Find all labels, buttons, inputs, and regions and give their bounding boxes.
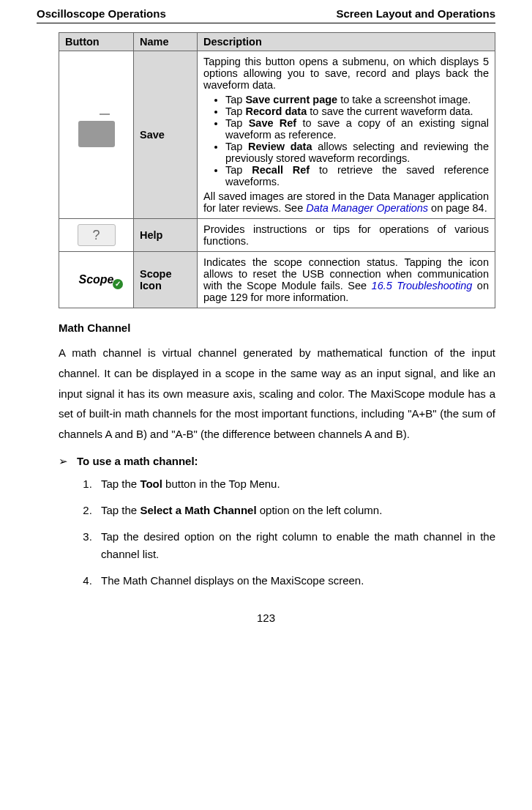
save-bullet-2: Tap Record data to save the current wave… [225,105,489,117]
step-2: Tap the Select a Math Channel option on … [95,502,495,519]
save-name: Save [134,51,198,219]
header-right: Screen Layout and Operations [336,7,495,20]
troubleshooting-link: 16.5 Troubleshooting [372,280,473,291]
save-outro: All saved images are stored in the Data … [203,190,489,214]
save-bullet-1: Tap Save current page to take a screensh… [225,94,489,105]
th-button: Button [59,33,134,51]
table-row-scope: Scope✓ Scope Icon Indicates the scope co… [59,252,495,308]
step-3: Tap the desired option on the right colu… [95,528,495,563]
save-desc: Tapping this button opens a submenu, on … [198,51,495,219]
header-left: Oscilloscope Operations [37,7,166,20]
scope-name: Scope Icon [134,252,198,308]
th-desc: Description [198,33,495,51]
help-name: Help [134,219,198,252]
arrow-icon: ➢ [59,455,68,468]
howto-heading: ➢To use a math channel: [59,455,495,468]
th-name: Name [134,33,198,51]
save-intro: Tapping this button opens a submenu, on … [203,56,489,91]
table-row-help: ? Help Provides instructions or tips for… [59,219,495,252]
scope-icon: Scope✓ [78,273,113,286]
check-icon: ✓ [113,279,123,289]
howto-steps: Tap the Tool button in the Top Menu. Tap… [77,475,495,590]
table-header-row: Button Name Description [59,33,495,51]
math-channel-heading: Math Channel [59,322,495,334]
help-desc: Provides instructions or tips for operat… [198,219,495,252]
save-icon [78,121,115,147]
math-channel-para: A math channel is virtual channel genera… [59,343,495,445]
scope-button-cell: Scope✓ [59,252,134,308]
help-icon: ? [78,224,116,246]
data-manager-link: Data Manager Operations [306,202,428,214]
save-bullet-4: Tap Review data allows selecting and rev… [225,141,489,164]
step-1: Tap the Tool button in the Top Menu. [95,475,495,493]
save-bullet-3: Tap Save Ref to save a copy of an existi… [225,117,489,141]
button-reference-table: Button Name Description Save Tapping thi… [59,32,495,308]
help-button-cell: ? [59,219,134,252]
save-button-cell [59,51,134,219]
page-number: 123 [37,612,495,624]
page-header: Oscilloscope Operations Screen Layout an… [37,7,495,23]
step-4: The Math Channel displays on the MaxiSco… [95,572,495,590]
save-bullet-5: Tap Recall Ref to retrieve the saved ref… [225,164,489,187]
scope-desc: Indicates the scope connection status. T… [198,252,495,308]
table-row-save: Save Tapping this button opens a submenu… [59,51,495,219]
